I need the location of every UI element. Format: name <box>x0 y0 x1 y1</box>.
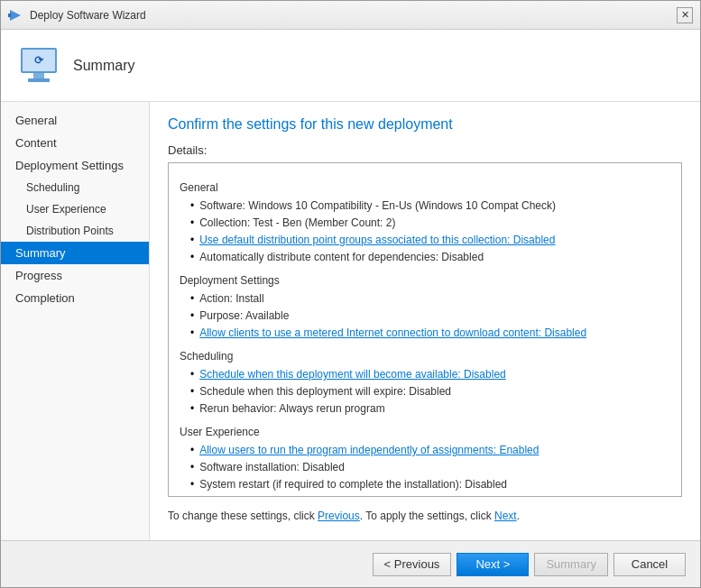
close-button[interactable]: ✕ <box>677 7 693 23</box>
bullet-text: Schedule when this deployment will expir… <box>199 383 451 400</box>
bullet-item: Allow task sequence to run for client on… <box>180 493 670 497</box>
sidebar-item-distribution-points[interactable]: Distribution Points <box>1 220 149 242</box>
svg-text:⟳: ⟳ <box>34 54 44 67</box>
bullet-text: Purpose: Available <box>199 308 289 324</box>
bullet-item: Collection: Test - Ben (Member Count: 2) <box>180 215 670 231</box>
bullet-item: Use default distribution point groups as… <box>180 232 670 248</box>
header-icon-box: ⟳ <box>15 42 62 89</box>
bullet-item: Rerun behavior: Always rerun program <box>180 400 670 417</box>
sidebar-item-user-experience[interactable]: User Experience <box>1 198 149 220</box>
bullet-text: Rerun behavior: Always rerun program <box>199 400 384 417</box>
footer-note: To change these settings, click Previous… <box>168 506 682 526</box>
previous-link: Previous <box>318 510 360 522</box>
bullet-text: Collection: Test - Ben (Member Count: 2) <box>199 215 395 231</box>
details-label: Details: <box>168 143 682 157</box>
bullet-text: Software installation: Disabled <box>199 459 345 475</box>
sidebar-item-completion[interactable]: Completion <box>1 287 149 309</box>
bullet-item: Software installation: Disabled <box>180 459 670 475</box>
bullet-text: Allow task sequence to run for client on… <box>199 493 493 497</box>
header-title: Summary <box>73 58 134 74</box>
bullet-item: Purpose: Available <box>180 308 670 324</box>
cancel-button[interactable]: Cancel <box>613 553 686 576</box>
computer-icon: ⟳ <box>17 44 60 87</box>
window-title: Deploy Software Wizard <box>30 9 146 22</box>
content-title: Confirm the settings for this new deploy… <box>168 116 682 133</box>
sidebar-item-deployment-settings[interactable]: Deployment Settings <box>1 154 149 177</box>
deploy-icon <box>8 8 23 23</box>
bullet-item: Allow clients to use a metered Internet … <box>180 325 670 341</box>
section-title-scheduling: Scheduling <box>180 348 670 364</box>
bullet-text: Allow clients to use a metered Internet … <box>199 325 586 341</box>
details-box[interactable]: GeneralSoftware: Windows 10 Compatibilit… <box>168 162 682 497</box>
bullet-item: Automatically distribute content for dep… <box>180 249 670 265</box>
previous-button[interactable]: < Previous <box>373 553 452 576</box>
svg-marker-0 <box>10 10 21 21</box>
bullet-text: Software: Windows 10 Compatibility - En-… <box>199 198 556 214</box>
bullet-item: Schedule when this deployment will expir… <box>180 383 670 400</box>
bullet-item: Schedule when this deployment will becom… <box>180 366 670 382</box>
next-button[interactable]: Next > <box>457 553 529 576</box>
button-row: < Previous Next > Summary Cancel <box>1 540 700 587</box>
content-area: Confirm the settings for this new deploy… <box>150 102 700 540</box>
sidebar: GeneralContentDeployment SettingsSchedul… <box>1 102 150 540</box>
title-bar: Deploy Software Wizard ✕ <box>1 1 700 30</box>
bullet-text: Automatically distribute content for dep… <box>199 249 484 265</box>
bullet-item: Allow users to run the program independe… <box>180 442 670 458</box>
footer-note-text: To change these settings, click Previous… <box>168 510 520 522</box>
sidebar-item-content[interactable]: Content <box>1 132 149 154</box>
sidebar-item-progress[interactable]: Progress <box>1 264 149 287</box>
main-content: GeneralContentDeployment SettingsSchedul… <box>1 102 700 540</box>
sidebar-item-general[interactable]: General <box>1 109 149 132</box>
summary-button: Summary <box>534 553 608 576</box>
bullet-text: Schedule when this deployment will becom… <box>199 366 506 382</box>
svg-rect-5 <box>28 78 50 82</box>
bullet-text: Use default distribution point groups as… <box>199 232 555 248</box>
section-title-deployment-settings: Deployment Settings <box>180 272 670 289</box>
header-area: ⟳ Summary <box>1 30 700 102</box>
sidebar-item-scheduling[interactable]: Scheduling <box>1 177 149 198</box>
title-bar-left: Deploy Software Wizard <box>8 8 146 23</box>
bullet-item: Software: Windows 10 Compatibility - En-… <box>180 198 670 214</box>
wizard-window: Deploy Software Wizard ✕ ⟳ Summary Gener… <box>0 0 701 588</box>
bullet-text: Action: Install <box>199 290 263 307</box>
bullet-item: System restart (if required to complete … <box>180 476 670 492</box>
bullet-item: Action: Install <box>180 290 670 307</box>
section-title-user-experience: User Experience <box>180 424 670 440</box>
svg-rect-4 <box>33 73 44 78</box>
sidebar-item-summary[interactable]: Summary <box>1 242 149 264</box>
bullet-text: Allow users to run the program independe… <box>199 442 539 458</box>
section-title-general: General <box>180 179 670 196</box>
svg-rect-1 <box>8 14 11 17</box>
bullet-text: System restart (if required to complete … <box>199 476 507 492</box>
next-link: Next <box>494 510 517 522</box>
